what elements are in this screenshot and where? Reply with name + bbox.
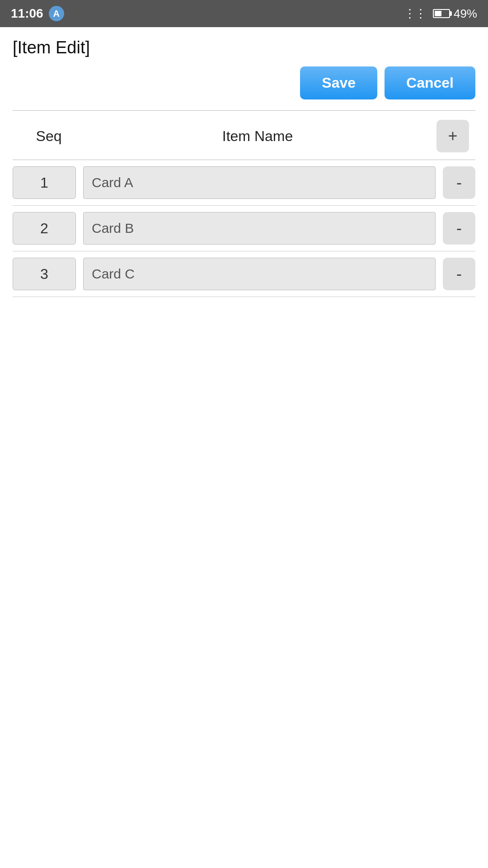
status-bar-right: ⋮⋮ 49% bbox=[404, 7, 477, 21]
add-row-button[interactable]: + bbox=[436, 120, 469, 152]
status-time: 11:06 bbox=[11, 6, 43, 21]
main-content: [Item Edit] Save Cancel Seq Item Name + … bbox=[0, 27, 488, 297]
name-column-header: Item Name bbox=[85, 128, 430, 145]
table-row: 2 - bbox=[13, 206, 475, 251]
status-bar: 11:06 A ⋮⋮ 49% bbox=[0, 0, 488, 27]
battery-fill bbox=[435, 11, 441, 16]
page-title: [Item Edit] bbox=[13, 38, 475, 57]
seq-field-3: 3 bbox=[13, 258, 76, 290]
name-input-3[interactable] bbox=[83, 258, 436, 290]
cancel-button[interactable]: Cancel bbox=[385, 66, 475, 99]
seq-field-1: 1 bbox=[13, 166, 76, 199]
table-header: Seq Item Name + bbox=[13, 111, 475, 160]
status-bar-left: 11:06 A bbox=[11, 6, 64, 21]
remove-row-button-2[interactable]: - bbox=[443, 212, 475, 245]
seq-column-header: Seq bbox=[13, 128, 85, 145]
save-button[interactable]: Save bbox=[300, 66, 377, 99]
name-input-2[interactable] bbox=[83, 212, 436, 245]
remove-row-button-3[interactable]: - bbox=[443, 258, 475, 290]
seq-field-2: 2 bbox=[13, 212, 76, 245]
action-row: Save Cancel bbox=[13, 66, 475, 99]
name-input-1[interactable] bbox=[83, 166, 436, 199]
battery-percent: 49% bbox=[454, 7, 477, 21]
battery-icon bbox=[433, 9, 450, 18]
table-body: 1 - 2 - 3 - bbox=[13, 160, 475, 297]
remove-row-button-1[interactable]: - bbox=[443, 166, 475, 199]
table-row: 1 - bbox=[13, 160, 475, 206]
battery-container: 49% bbox=[433, 7, 477, 21]
add-button-container: + bbox=[430, 120, 475, 152]
table-row: 3 - bbox=[13, 251, 475, 297]
alert-icon: A bbox=[49, 6, 64, 21]
vibrate-icon: ⋮⋮ bbox=[404, 7, 426, 21]
